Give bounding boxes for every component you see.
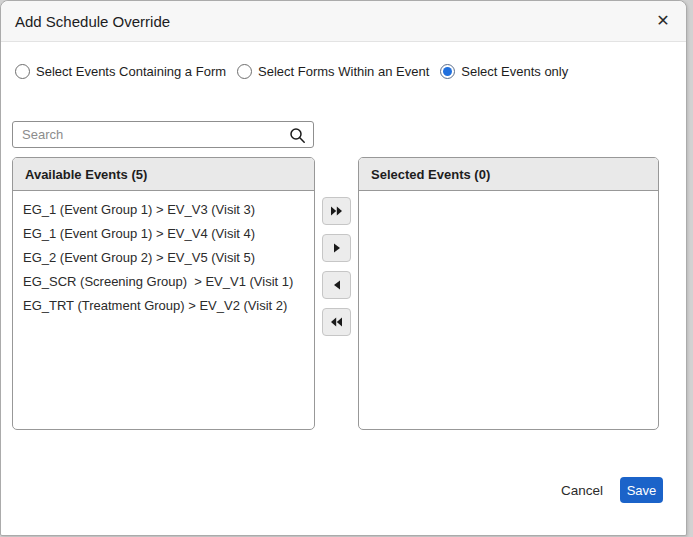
radio-circle-icon xyxy=(440,64,455,79)
radio-circle-icon xyxy=(15,64,30,79)
available-events-body: EG_1 (Event Group 1) > EV_V3 (Visit 3) E… xyxy=(13,191,314,318)
radio-select-forms-within-event[interactable]: Select Forms Within an Event xyxy=(237,64,429,79)
search-icon[interactable] xyxy=(289,127,306,144)
double-arrow-left-icon xyxy=(330,317,343,327)
transfer-buttons xyxy=(322,197,351,336)
arrow-left-icon xyxy=(333,280,341,290)
list-item[interactable]: EG_TRT (Treatment Group) > EV_V2 (Visit … xyxy=(13,294,314,318)
dialog-title: Add Schedule Override xyxy=(15,13,170,30)
available-events-header: Available Events (5) xyxy=(13,158,314,191)
double-arrow-right-icon xyxy=(330,206,343,216)
search-field xyxy=(12,121,314,148)
radio-label: Select Events only xyxy=(461,64,568,79)
dialog-header: Add Schedule Override ✕ xyxy=(1,1,686,42)
cancel-button[interactable]: Cancel xyxy=(557,481,607,500)
close-icon[interactable]: ✕ xyxy=(652,10,674,32)
list-item[interactable]: EG_1 (Event Group 1) > EV_V3 (Visit 3) xyxy=(13,198,314,222)
add-schedule-override-dialog: Add Schedule Override ✕ Select Events Co… xyxy=(0,0,687,536)
radio-label: Select Events Containing a Form xyxy=(36,64,226,79)
mode-radio-group: Select Events Containing a Form Select F… xyxy=(15,64,568,79)
list-item[interactable]: EG_1 (Event Group 1) > EV_V4 (Visit 4) xyxy=(13,222,314,246)
move-all-left-button[interactable] xyxy=(322,308,351,336)
move-right-button[interactable] xyxy=(322,234,351,262)
radio-circle-icon xyxy=(237,64,252,79)
move-left-button[interactable] xyxy=(322,271,351,299)
selected-events-body xyxy=(359,191,658,198)
radio-label: Select Forms Within an Event xyxy=(258,64,429,79)
radio-select-events-containing-form[interactable]: Select Events Containing a Form xyxy=(15,64,226,79)
search-input[interactable] xyxy=(13,122,313,147)
selected-events-header: Selected Events (0) xyxy=(359,158,658,191)
radio-select-events-only[interactable]: Select Events only xyxy=(440,64,568,79)
save-button[interactable]: Save xyxy=(620,477,663,503)
move-all-right-button[interactable] xyxy=(322,197,351,225)
arrow-right-icon xyxy=(333,243,341,253)
available-events-list: Available Events (5) EG_1 (Event Group 1… xyxy=(12,157,315,430)
list-item[interactable]: EG_SCR (Screening Group) > EV_V1 (Visit … xyxy=(13,270,314,294)
selected-events-list: Selected Events (0) xyxy=(358,157,659,430)
list-item[interactable]: EG_2 (Event Group 2) > EV_V5 (Visit 5) xyxy=(13,246,314,270)
